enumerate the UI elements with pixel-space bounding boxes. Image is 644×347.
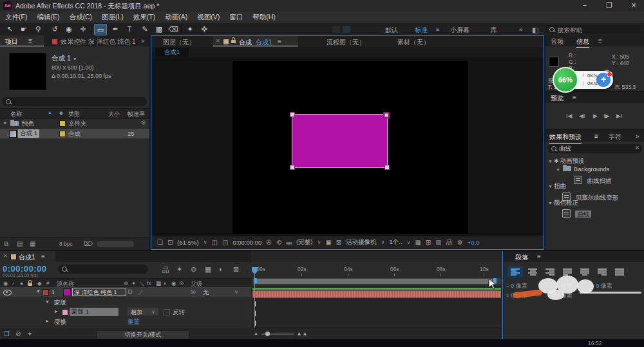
pixel-aspect-icon[interactable]: ▦ — [415, 239, 421, 246]
masks-group-row[interactable]: ▼ 蒙版 — [0, 297, 251, 307]
tab-project[interactable]: 项目 ≡ — [0, 35, 44, 46]
composition-canvas[interactable] — [232, 61, 468, 234]
exposure-gear-icon[interactable]: ⚙ — [457, 239, 463, 246]
puppet-pin-tool[interactable]: ✜ — [198, 24, 210, 34]
chevron-down-icon[interactable]: ∨ — [317, 239, 321, 245]
type-tool[interactable]: T — [124, 24, 135, 34]
help-search-input[interactable]: 搜索帮助 — [546, 25, 640, 33]
flowchart-button-icon[interactable]: 品 — [446, 238, 453, 247]
menu-window[interactable]: 窗口 — [229, 13, 243, 22]
mask-handle-selected[interactable] — [383, 112, 390, 118]
workspace-toggle-icon[interactable]: ◧ — [532, 26, 538, 34]
viewer-timecode[interactable]: 0:00:00:00 — [232, 239, 261, 246]
effects-tab-overflow-icon[interactable]: » — [636, 133, 639, 140]
project-row-comp[interactable]: 合成 1 合成 25 — [0, 129, 149, 138]
expand-arrow-icon[interactable]: ▼ — [36, 289, 41, 294]
brush-tool[interactable]: ✎ — [139, 24, 151, 34]
rotation-tool[interactable]: ↺ — [49, 24, 61, 34]
workspace-default[interactable]: 默认 — [385, 26, 398, 35]
new-folder-icon[interactable]: ▤ — [17, 240, 23, 247]
viewer-menu-icon[interactable]: ≡ — [278, 38, 281, 45]
tab-footage[interactable]: 素材（无） — [397, 38, 430, 47]
time-ruler[interactable]: :00s 02s 04s 06s 08s 10s — [251, 262, 502, 279]
comp-mini-flowchart-icon[interactable]: 品 — [162, 265, 169, 275]
indent-left-field[interactable]: ≡ 0 像素 — [506, 282, 527, 290]
interpret-footage-icon[interactable]: ⧉ — [4, 240, 8, 248]
workspace-overflow-icon[interactable]: » — [519, 26, 523, 33]
menu-view[interactable]: 视图(V) — [197, 13, 220, 22]
eraser-tool[interactable]: ⌫ — [167, 24, 179, 34]
close-button[interactable]: ✕ — [625, 1, 642, 10]
work-area-track[interactable] — [252, 278, 501, 285]
parent-dropdown[interactable]: 无 ∨ — [200, 288, 242, 295]
timeline-menu-icon[interactable]: ≡ — [41, 253, 45, 260]
tab-preview[interactable]: 预览 — [551, 94, 564, 103]
eye-icon[interactable] — [3, 290, 12, 295]
mask-handle[interactable] — [384, 165, 390, 170]
mask-row[interactable]: ► 蒙版 1 相加 ∨ 反转 — [0, 307, 251, 317]
expand-arrow-icon[interactable]: ► — [3, 120, 8, 125]
menu-layer[interactable]: 图层(L) — [102, 13, 124, 22]
show-snapshot-icon[interactable]: ⟲ — [276, 239, 281, 246]
label-column-icon[interactable]: ◆ — [59, 110, 63, 116]
trash-icon[interactable]: ⌦ — [84, 240, 93, 247]
tree-row-curves[interactable]: 曲线 — [562, 207, 591, 219]
sort-asc-icon[interactable]: ▲ — [48, 110, 52, 115]
viewer-subtab[interactable]: 合成1 — [155, 48, 189, 57]
menu-effect[interactable]: 效果(T) — [133, 13, 155, 22]
project-menu-icon[interactable]: ≡ — [28, 37, 32, 44]
invert-checkbox[interactable] — [164, 309, 170, 315]
expand-arrow-icon[interactable]: ▼ — [556, 167, 560, 172]
switch-shy-icon[interactable]: ✦ — [131, 280, 136, 286]
number-column[interactable]: # — [46, 280, 50, 286]
align-right-button[interactable] — [542, 267, 558, 277]
rectangle-tool[interactable]: ▭ — [94, 24, 107, 35]
menu-help[interactable]: 帮助(H) — [252, 13, 276, 22]
workspace-menu-icon[interactable]: ≡ — [436, 26, 440, 33]
widget-percent-circle[interactable]: 66% — [553, 67, 578, 93]
project-comp-name[interactable]: 合成 1 ▼ — [52, 54, 77, 63]
timeline-search-input[interactable] — [58, 265, 148, 274]
pickwhip-icon[interactable]: ◎ — [191, 288, 196, 295]
mask-color-chip[interactable] — [62, 309, 68, 315]
always-preview-icon[interactable]: ❏ — [157, 239, 163, 246]
workspace-standard[interactable]: 标准 — [415, 26, 428, 35]
audio-column-icon[interactable]: ♪ — [12, 280, 14, 286]
label-color-chip[interactable] — [59, 131, 66, 137]
col-rate[interactable]: 帧速率 — [128, 110, 145, 118]
panel-divider[interactable] — [502, 251, 503, 339]
new-composition-icon[interactable]: ▦ — [30, 240, 35, 247]
workspace-small-screen[interactable]: 小屏幕 — [450, 26, 469, 35]
tab-effect-controls[interactable]: 效果控件 深 洋红色 纯色 1 — [61, 37, 135, 46]
tab-info[interactable]: 信息 — [576, 37, 589, 48]
effects-search-input[interactable]: 曲线 ✕ — [547, 144, 642, 153]
expand-arrow-icon[interactable]: ▼ — [548, 159, 553, 164]
exposure-value[interactable]: +0.0 — [468, 239, 480, 246]
minimize-button[interactable]: − — [576, 1, 593, 9]
pen-tool[interactable]: ✒ — [109, 24, 121, 34]
justify-last-right-button[interactable] — [594, 267, 610, 277]
camera-tool[interactable]: ◉ — [63, 24, 75, 34]
zoom-in-mountain-icon[interactable]: ▲▲ — [296, 330, 308, 337]
toggle-switches-modes-button[interactable]: 切换开关/模式 — [97, 330, 189, 339]
selection-tool[interactable]: ↖ — [4, 24, 15, 34]
tab-close-icon[interactable]: ✕ — [216, 38, 220, 44]
col-name[interactable]: 名称 — [10, 110, 22, 118]
expand-arrow-icon[interactable]: ▼ — [548, 184, 553, 189]
timeline-timecode[interactable]: 0:00:00:00 — [3, 264, 47, 274]
col-type[interactable]: 类型 — [68, 110, 80, 118]
switch-3d-icon[interactable]: ⊙ — [179, 280, 184, 286]
active-camera-value[interactable]: 活动摄像机 — [346, 238, 377, 247]
clone-stamp-tool[interactable]: ▩ — [153, 24, 165, 34]
timeline-zoom-knob[interactable] — [265, 332, 270, 336]
restore-button[interactable]: ❐ — [601, 1, 618, 10]
chevron-down-icon[interactable]: ∨ — [407, 239, 411, 245]
tab-timeline-comp[interactable]: ✕ 合成1 ≡ — [0, 251, 55, 262]
tree-row-distort[interactable]: ▼ 扭曲 — [548, 182, 566, 191]
collapse-arrow-icon[interactable]: ► — [54, 309, 59, 314]
next-frame-button[interactable]: Ι▶ — [603, 113, 609, 119]
snapshot-icon[interactable]: ✇ — [266, 239, 271, 246]
shy-layers-icon[interactable]: ⊚ — [191, 265, 196, 274]
effects-menu-icon[interactable]: ≡ — [594, 133, 598, 140]
layer-quality-slash-icon[interactable]: ／ — [138, 288, 144, 297]
